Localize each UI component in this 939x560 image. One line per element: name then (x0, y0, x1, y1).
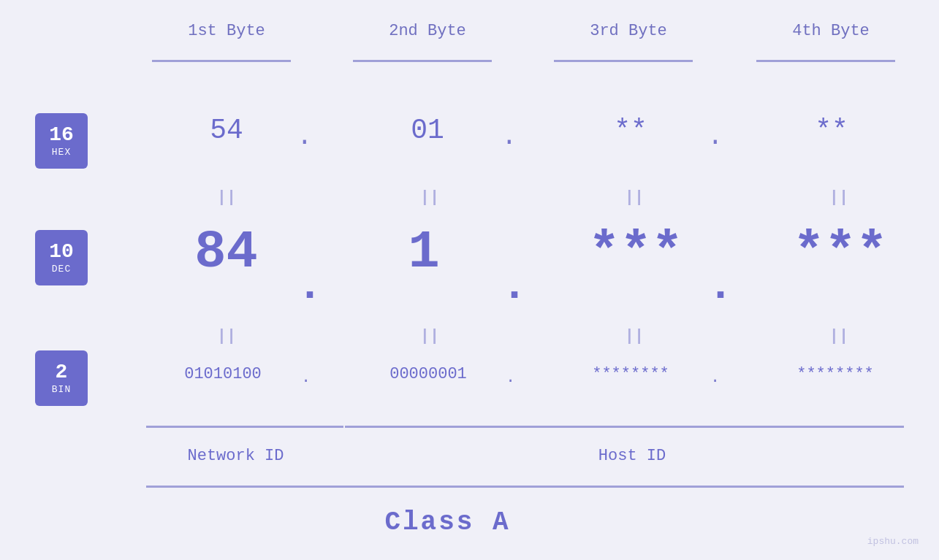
bottom-bracket-host (345, 426, 904, 428)
dbar-hex-1: || (197, 188, 256, 207)
host-id-label: Host ID (555, 447, 709, 465)
dec-dot-3: . (707, 261, 734, 311)
hex-dot-1: . (297, 122, 313, 152)
col-header-2: 2nd Byte (351, 22, 504, 40)
dbar-dec-2: || (400, 327, 459, 345)
bin-dot-2: . (506, 369, 515, 387)
dec-dot-1: . (297, 261, 323, 311)
network-id-label: Network ID (164, 447, 307, 465)
full-bottom-bracket (146, 486, 904, 488)
hex-val-3: ** (579, 115, 682, 146)
dec-val-3: *** (555, 223, 716, 283)
col-header-3: 3rd Byte (552, 22, 705, 40)
bin-val-1: 01010100 (142, 365, 303, 383)
dec-base-label: DEC (52, 264, 71, 275)
col-header-4: 4th Byte (754, 22, 908, 40)
dbar-hex-3: || (605, 188, 664, 207)
hex-base-number: 16 (49, 124, 74, 147)
bracket-col4 (756, 60, 895, 62)
hex-badge: 16 HEX (35, 113, 88, 169)
bin-val-4: ******** (751, 365, 919, 383)
hex-val-1: 54 (175, 115, 278, 146)
dec-dot-2: . (501, 261, 528, 311)
dec-val-4: *** (760, 223, 921, 283)
hex-dot-2: . (501, 122, 517, 152)
dbar-dec-3: || (605, 327, 664, 345)
dec-badge: 10 DEC (35, 230, 88, 285)
bin-badge: 2 BIN (35, 350, 88, 406)
hex-dot-3: . (707, 122, 723, 152)
hex-base-label: HEX (52, 147, 71, 158)
bin-base-label: BIN (52, 384, 71, 395)
dbar-hex-4: || (810, 188, 868, 207)
page: 16 HEX 10 DEC 2 BIN 1st Byte 2nd Byte 3r… (0, 0, 939, 560)
bin-val-2: 00000001 (348, 365, 509, 383)
hex-val-2: 01 (376, 115, 479, 146)
bin-val-3: ******** (547, 365, 715, 383)
hex-val-4: ** (780, 115, 883, 146)
bin-base-number: 2 (56, 361, 68, 384)
dbar-dec-1: || (197, 327, 256, 345)
bracket-col2 (353, 60, 492, 62)
bin-dot-3: . (710, 369, 720, 387)
bracket-col3 (554, 60, 693, 62)
col-header-1: 1st Byte (150, 22, 303, 40)
dec-base-number: 10 (49, 241, 74, 264)
dbar-hex-2: || (400, 188, 459, 207)
dec-val-1: 84 (155, 223, 297, 283)
dbar-dec-4: || (810, 327, 868, 345)
bottom-bracket-network (146, 426, 343, 428)
bin-dot-1: . (301, 369, 311, 387)
watermark: ipshu.com (867, 536, 919, 547)
bracket-col1 (152, 60, 291, 62)
class-label: Class A (0, 507, 895, 537)
dec-val-2: 1 (373, 223, 475, 283)
